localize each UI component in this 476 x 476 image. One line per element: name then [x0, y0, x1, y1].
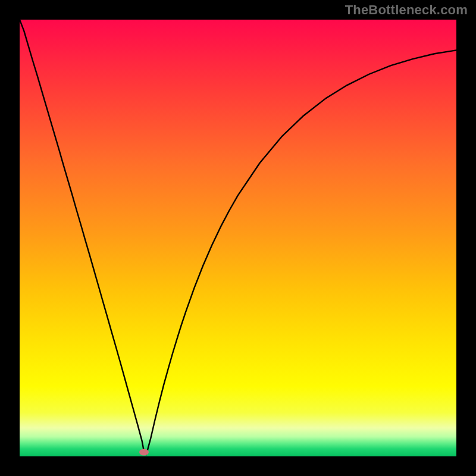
chart-frame: TheBottleneck.com	[0, 0, 476, 476]
watermark-text: TheBottleneck.com	[345, 2, 468, 18]
bottleneck-curve	[20, 20, 456, 455]
plot-area	[20, 20, 456, 456]
optimal-marker	[139, 449, 149, 455]
curve-svg	[20, 20, 456, 456]
